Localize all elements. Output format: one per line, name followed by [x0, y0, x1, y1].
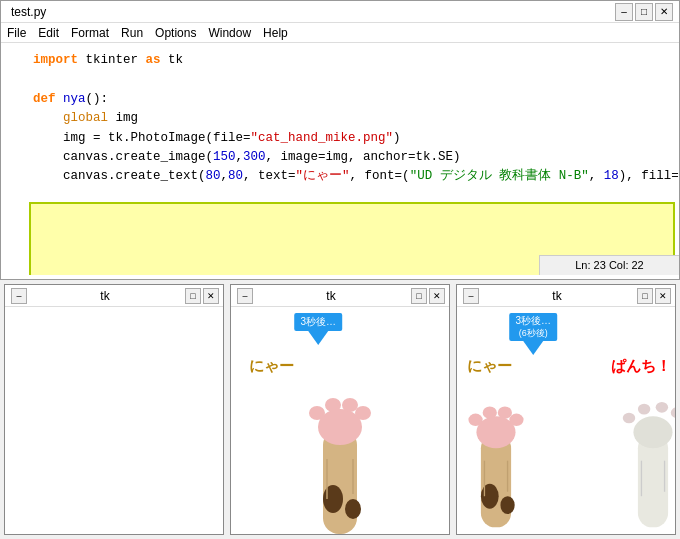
- tk2-title-bar: – tk □ ✕: [231, 285, 449, 307]
- tk3-arrow: 3秒後…(6秒後): [510, 313, 558, 355]
- menu-run[interactable]: Run: [119, 26, 145, 40]
- svg-point-23: [638, 404, 650, 415]
- tk2-arrow-down: [308, 331, 328, 345]
- tk1-title: tk: [27, 289, 183, 303]
- code-line-4: global img: [33, 109, 675, 128]
- svg-point-15: [483, 406, 497, 418]
- svg-point-6: [342, 398, 358, 412]
- svg-point-2: [345, 499, 361, 519]
- editor-menu-bar: File Edit Format Run Options Window Help: [1, 23, 679, 43]
- tk3-arrow-down: [523, 341, 543, 355]
- svg-point-1: [323, 485, 343, 513]
- code-line-5: img = tk.PhotoImage(file="cat_hand_mike.…: [33, 129, 675, 148]
- tk3-title: tk: [479, 289, 635, 303]
- editor-window: test.py – □ ✕ File Edit Format Run Optio…: [0, 0, 680, 280]
- menu-window[interactable]: Window: [206, 26, 253, 40]
- svg-point-17: [510, 414, 524, 426]
- svg-point-7: [355, 406, 371, 420]
- svg-point-5: [325, 398, 341, 412]
- editor-maximize-btn[interactable]: □: [635, 3, 653, 21]
- tk3-maximize[interactable]: □: [637, 288, 653, 304]
- tk-window-2: – tk □ ✕ 3秒後… にゃー: [230, 284, 450, 535]
- tk-window-1: – tk □ ✕: [4, 284, 224, 535]
- code-line-3: def nya():: [33, 90, 675, 109]
- code-line-6: canvas.create_image(150,300, image=img, …: [33, 148, 675, 167]
- status-bar: Ln: 23 Col: 22: [539, 255, 679, 275]
- svg-point-25: [671, 407, 675, 418]
- svg-point-24: [656, 402, 668, 413]
- tk2-close[interactable]: ✕: [429, 288, 445, 304]
- tk3-close[interactable]: ✕: [655, 288, 671, 304]
- tk3-minimize[interactable]: –: [463, 288, 479, 304]
- tk1-canvas[interactable]: [5, 307, 223, 534]
- editor-minimize-btn[interactable]: –: [615, 3, 633, 21]
- menu-options[interactable]: Options: [153, 26, 198, 40]
- code-line-1: import tkinter as tk: [33, 51, 675, 70]
- tk3-title-bar: – tk □ ✕: [457, 285, 675, 307]
- menu-help[interactable]: Help: [261, 26, 290, 40]
- tk3-paw1-svg: [457, 374, 536, 534]
- svg-point-14: [469, 414, 483, 426]
- tk2-canvas[interactable]: 3秒後… にゃー: [231, 307, 449, 534]
- tk2-paw-svg: [295, 369, 385, 534]
- svg-point-4: [309, 406, 325, 420]
- tk2-nyan-text: にゃー: [249, 357, 294, 376]
- tk2-arrow: 3秒後…: [294, 313, 342, 345]
- code-line-2: [33, 70, 675, 89]
- tk3-canvas[interactable]: 3秒後…(6秒後) にゃー ぱんち！: [457, 307, 675, 534]
- tk2-minimize[interactable]: –: [237, 288, 253, 304]
- menu-format[interactable]: Format: [69, 26, 111, 40]
- tk2-maximize[interactable]: □: [411, 288, 427, 304]
- editor-title-bar: test.py – □ ✕: [1, 1, 679, 23]
- svg-point-11: [481, 484, 499, 509]
- tk1-minimize[interactable]: –: [11, 288, 27, 304]
- bottom-panel: – tk □ ✕ – tk □ ✕ 3秒後… にゃー: [0, 280, 680, 539]
- editor-close-btn[interactable]: ✕: [655, 3, 673, 21]
- tk-window-3: – tk □ ✕ 3秒後…(6秒後) にゃー ぱんち！: [456, 284, 676, 535]
- svg-point-12: [501, 496, 515, 514]
- svg-point-16: [498, 406, 512, 418]
- code-area[interactable]: import tkinter as tk def nya(): global i…: [1, 43, 679, 275]
- tk3-paw2-svg: [613, 374, 675, 534]
- editor-title: test.py: [7, 5, 46, 19]
- menu-file[interactable]: File: [5, 26, 28, 40]
- tk2-title: tk: [253, 289, 409, 303]
- svg-point-22: [623, 413, 635, 424]
- tk3-arrow-text: 3秒後…(6秒後): [510, 313, 558, 341]
- code-line-7: canvas.create_text(80,80, text="にゃー", fo…: [33, 167, 675, 186]
- editor-window-buttons: – □ ✕: [615, 3, 673, 21]
- menu-edit[interactable]: Edit: [36, 26, 61, 40]
- tk1-title-bar: – tk □ ✕: [5, 285, 223, 307]
- tk1-close[interactable]: ✕: [203, 288, 219, 304]
- tk2-arrow-text: 3秒後…: [294, 313, 342, 331]
- tk1-maximize[interactable]: □: [185, 288, 201, 304]
- svg-point-21: [634, 416, 673, 448]
